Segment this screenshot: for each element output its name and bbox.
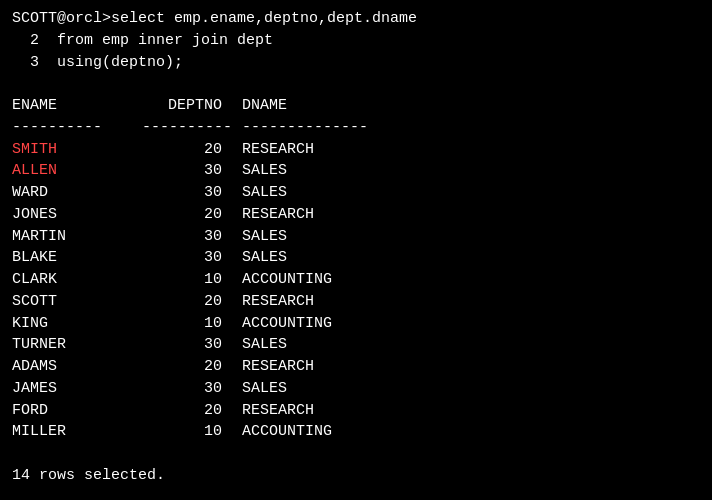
terminal-line: ----------------------------------: [12, 117, 700, 139]
terminal-line: MARTIN30SALES: [12, 226, 700, 248]
dname-cell: SALES: [242, 184, 287, 201]
terminal-line: JAMES30SALES: [12, 378, 700, 400]
terminal-line: ENAMEDEPTNODNAME: [12, 95, 700, 117]
deptno-cell: 10: [142, 269, 222, 291]
terminal-line: SCOTT@orcl>select emp.ename,deptno,dept.…: [12, 8, 700, 30]
deptno-cell: 20: [142, 291, 222, 313]
prompt: SCOTT@orcl>: [12, 10, 111, 27]
dname-cell: RESEARCH: [242, 358, 314, 375]
dname-cell: SALES: [242, 249, 287, 266]
ename-cell: TURNER: [12, 334, 142, 356]
footer-text: 14 rows selected.: [12, 467, 165, 484]
terminal-line: SMITH20RESEARCH: [12, 139, 700, 161]
header-deptno: DEPTNO: [142, 95, 222, 117]
command: select emp.ename,deptno,dept.dname: [111, 10, 417, 27]
terminal-line: 3 using(deptno);: [12, 52, 700, 74]
terminal-line: 14 rows selected.: [12, 465, 700, 487]
ename-cell: SMITH: [12, 139, 142, 161]
dname-cell: ACCOUNTING: [242, 423, 332, 440]
dname-cell: RESEARCH: [242, 206, 314, 223]
deptno-cell: 20: [142, 204, 222, 226]
terminal-line: MILLER10ACCOUNTING: [12, 421, 700, 443]
ename-cell: ADAMS: [12, 356, 142, 378]
ename-cell: WARD: [12, 182, 142, 204]
deptno-cell: 30: [142, 247, 222, 269]
terminal-line: JONES20RESEARCH: [12, 204, 700, 226]
ename-cell: JAMES: [12, 378, 142, 400]
terminal-line: FORD20RESEARCH: [12, 400, 700, 422]
dname-cell: ACCOUNTING: [242, 271, 332, 288]
deptno-cell: 30: [142, 226, 222, 248]
terminal-line: ADAMS20RESEARCH: [12, 356, 700, 378]
ename-cell: MILLER: [12, 421, 142, 443]
terminal-line: [12, 73, 700, 95]
deptno-cell: 30: [142, 334, 222, 356]
ename-cell: CLARK: [12, 269, 142, 291]
sep-ename: ----------: [12, 117, 142, 139]
ename-cell: KING: [12, 313, 142, 335]
deptno-cell: 20: [142, 356, 222, 378]
deptno-cell: 20: [142, 139, 222, 161]
dname-cell: RESEARCH: [242, 402, 314, 419]
ename-cell: BLAKE: [12, 247, 142, 269]
header-dname: DNAME: [242, 97, 287, 114]
terminal-line: [12, 443, 700, 465]
deptno-cell: 30: [142, 378, 222, 400]
terminal-line: BLAKE30SALES: [12, 247, 700, 269]
deptno-cell: 10: [142, 421, 222, 443]
terminal-line: WARD30SALES: [12, 182, 700, 204]
terminal-line: TURNER30SALES: [12, 334, 700, 356]
deptno-cell: 20: [142, 400, 222, 422]
dname-cell: ACCOUNTING: [242, 315, 332, 332]
ename-cell: FORD: [12, 400, 142, 422]
ename-cell: JONES: [12, 204, 142, 226]
ename-cell: SCOTT: [12, 291, 142, 313]
ename-cell: ALLEN: [12, 160, 142, 182]
terminal-line: CLARK10ACCOUNTING: [12, 269, 700, 291]
deptno-cell: 30: [142, 160, 222, 182]
dname-cell: RESEARCH: [242, 141, 314, 158]
terminal-line: SCOTT20RESEARCH: [12, 291, 700, 313]
ename-cell: MARTIN: [12, 226, 142, 248]
sep-deptno: ----------: [142, 117, 222, 139]
deptno-cell: 30: [142, 182, 222, 204]
deptno-cell: 10: [142, 313, 222, 335]
dname-cell: SALES: [242, 380, 287, 397]
terminal-line: ALLEN30SALES: [12, 160, 700, 182]
dname-cell: RESEARCH: [242, 293, 314, 310]
header-ename: ENAME: [12, 95, 142, 117]
dname-cell: SALES: [242, 336, 287, 353]
terminal-line: KING10ACCOUNTING: [12, 313, 700, 335]
terminal-window: SCOTT@orcl>select emp.ename,deptno,dept.…: [12, 8, 700, 487]
sep-dname: --------------: [242, 119, 368, 136]
terminal-line: 2 from emp inner join dept: [12, 30, 700, 52]
dname-cell: SALES: [242, 228, 287, 245]
dname-cell: SALES: [242, 162, 287, 179]
